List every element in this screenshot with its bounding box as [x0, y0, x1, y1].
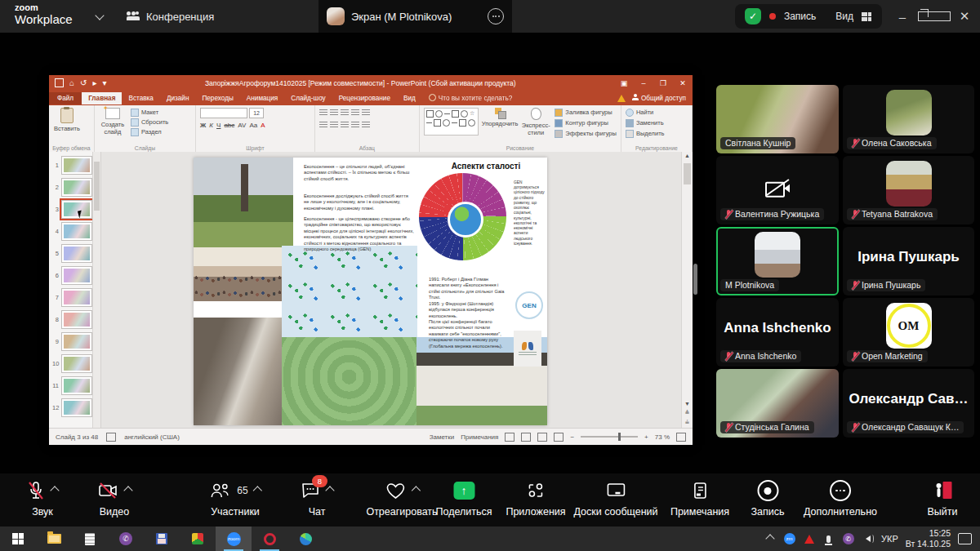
- quick-styles-button[interactable]: Экспресс-стили: [521, 108, 550, 143]
- ppt-vertical-scrollbar[interactable]: ▲ ▼ ≜ ≟: [681, 152, 693, 428]
- tab-view[interactable]: Вид: [397, 92, 422, 104]
- normal-view-icon[interactable]: [505, 433, 514, 442]
- thumbnail-scrollbar[interactable]: [92, 152, 100, 428]
- audio-button[interactable]: Звук: [27, 481, 58, 518]
- strikethrough-button[interactable]: abc: [224, 122, 234, 129]
- tray-zoom-icon[interactable]: zm: [783, 533, 795, 545]
- layout-button[interactable]: Макет: [131, 108, 168, 117]
- align-buttons[interactable]: [319, 120, 370, 129]
- tray-chevron-icon[interactable]: [764, 533, 776, 545]
- video-button[interactable]: Видео: [97, 481, 131, 518]
- restore-button[interactable]: [918, 10, 949, 24]
- slideshow-icon[interactable]: ▸: [92, 78, 96, 87]
- zoom-percentage[interactable]: 73 %: [655, 433, 670, 441]
- italic-button[interactable]: К: [209, 122, 213, 129]
- arrange-button[interactable]: Упорядочить: [483, 108, 517, 143]
- scroll-down-icon[interactable]: ▼: [682, 401, 693, 407]
- chevron-down-icon[interactable]: [95, 11, 104, 20]
- tab-slideshow[interactable]: Слайд-шоу: [284, 92, 332, 104]
- paste-button[interactable]: Вставить: [53, 108, 81, 143]
- underline-button[interactable]: Ч: [216, 122, 220, 129]
- audio-options-caret[interactable]: [50, 486, 59, 495]
- participant-tile-anna[interactable]: Anna Ishchenko Anna Ishchenko: [716, 298, 839, 367]
- zoom-out-button[interactable]: −: [570, 433, 574, 441]
- tray-antivirus-icon[interactable]: [803, 533, 815, 545]
- tab-transitions[interactable]: Переходы: [195, 92, 239, 104]
- participants-options-caret[interactable]: [253, 486, 262, 495]
- replace-button[interactable]: Заменить: [626, 118, 665, 127]
- reading-view-icon[interactable]: [537, 433, 547, 442]
- sorter-view-icon[interactable]: [521, 433, 531, 442]
- ppt-minimize-button[interactable]: –: [634, 79, 653, 87]
- tab-animations[interactable]: Анимация: [240, 92, 284, 104]
- participant-tile-studinska[interactable]: Студінська Галина: [716, 369, 839, 438]
- participant-tile-valentyna[interactable]: Валентина Ружицька: [716, 156, 839, 224]
- chat-options-caret[interactable]: [325, 486, 334, 495]
- view-button-label[interactable]: Вид: [835, 11, 853, 22]
- zoom-slider[interactable]: [581, 436, 638, 438]
- react-button[interactable]: Отреагировать: [366, 481, 437, 518]
- tab-home[interactable]: Главная: [82, 92, 122, 104]
- font-size-input[interactable]: 12: [249, 108, 264, 118]
- shape-outline-button[interactable]: Контур фигуры: [555, 118, 617, 127]
- ppt-restore-button[interactable]: ❐: [653, 79, 673, 87]
- reset-button[interactable]: Сбросить: [131, 118, 168, 127]
- shape-fill-button[interactable]: Заливка фигуры: [555, 108, 617, 117]
- slideshow-view-icon[interactable]: [554, 433, 564, 442]
- whiteboards-button[interactable]: Доски сообщений: [573, 481, 657, 518]
- clock[interactable]: 15:25 Вт 14.10.25: [906, 528, 951, 549]
- notes-button[interactable]: Примечания: [670, 481, 729, 518]
- ribbon-options-icon[interactable]: ▣: [614, 79, 634, 87]
- zoom-in-button[interactable]: +: [644, 433, 648, 441]
- share-scrollbar-handle[interactable]: [693, 264, 697, 295]
- participant-tile-openmarketing[interactable]: OM Open Marketing: [843, 298, 974, 367]
- tab-file[interactable]: Файл: [49, 92, 82, 104]
- opera-button[interactable]: [252, 527, 287, 551]
- tab-conference[interactable]: Конференция: [127, 0, 214, 33]
- ellipsis-icon[interactable]: [488, 8, 504, 24]
- tray-viber-icon[interactable]: ✆: [842, 533, 854, 545]
- font-color-button[interactable]: А: [261, 122, 265, 129]
- next-slide-icon[interactable]: ≟: [682, 420, 693, 426]
- find-button[interactable]: Найти: [626, 108, 665, 117]
- video-options-caret[interactable]: [123, 486, 132, 495]
- participant-tile-iryna[interactable]: Ірина Пушкарь Ірина Пушкарь: [843, 227, 974, 295]
- font-name-input[interactable]: [200, 108, 247, 118]
- language-indicator[interactable]: УКР: [881, 534, 898, 544]
- leave-button[interactable]: Выйти: [927, 481, 957, 518]
- apps-button[interactable]: Приложения: [506, 481, 565, 518]
- previous-slide-icon[interactable]: ≜: [682, 410, 693, 416]
- chat-button[interactable]: 8 Чат: [301, 481, 333, 518]
- share-screen-button[interactable]: ↑ Поделиться: [435, 481, 492, 518]
- calculator-button[interactable]: [72, 527, 108, 551]
- ppt-close-button[interactable]: ✕: [673, 79, 693, 87]
- tray-speaker-icon[interactable]: [862, 533, 874, 545]
- char-spacing-button[interactable]: AV: [238, 122, 246, 129]
- more-button[interactable]: Дополнительно: [804, 481, 877, 518]
- change-case-button[interactable]: Aa: [249, 122, 257, 129]
- section-button[interactable]: Раздел: [131, 127, 168, 136]
- participant-tile-svitlana[interactable]: Світлана Кушнір: [716, 85, 839, 153]
- new-slide-button[interactable]: ✦ Создать слайд: [99, 108, 127, 143]
- edge-button[interactable]: [287, 527, 323, 551]
- viber-button[interactable]: ✆: [108, 527, 144, 551]
- minimize-button[interactable]: –: [887, 10, 918, 24]
- close-button[interactable]: ✕: [949, 9, 980, 24]
- tray-mic-icon[interactable]: [822, 533, 835, 545]
- tab-shared-screen[interactable]: Экран (M Plotnikova): [318, 0, 512, 33]
- participant-tile-oleksandr[interactable]: Олександр Сав… Олександр Саващук К…: [843, 369, 974, 438]
- notes-toggle[interactable]: Заметки: [430, 433, 455, 441]
- list-buttons[interactable]: [319, 108, 370, 117]
- save-icon[interactable]: ⌂: [69, 78, 74, 87]
- shape-effects-button[interactable]: Эффекты фигуры: [555, 129, 617, 138]
- participant-tile-mplotnikova[interactable]: M Plotnikova: [716, 227, 839, 295]
- select-button[interactable]: Выделить: [626, 129, 665, 138]
- zoom-taskbar-button[interactable]: zoom: [216, 527, 252, 551]
- file-explorer-button[interactable]: [36, 527, 72, 551]
- share-access-button[interactable]: Общий доступ: [632, 94, 686, 102]
- shapes-gallery[interactable]: ☆: [424, 108, 479, 136]
- participant-tile-tetyana[interactable]: Tetyana Batrakova: [843, 156, 974, 224]
- undo-icon[interactable]: ↺: [80, 78, 87, 87]
- record-button[interactable]: Запись: [751, 481, 784, 518]
- start-button[interactable]: [0, 527, 36, 551]
